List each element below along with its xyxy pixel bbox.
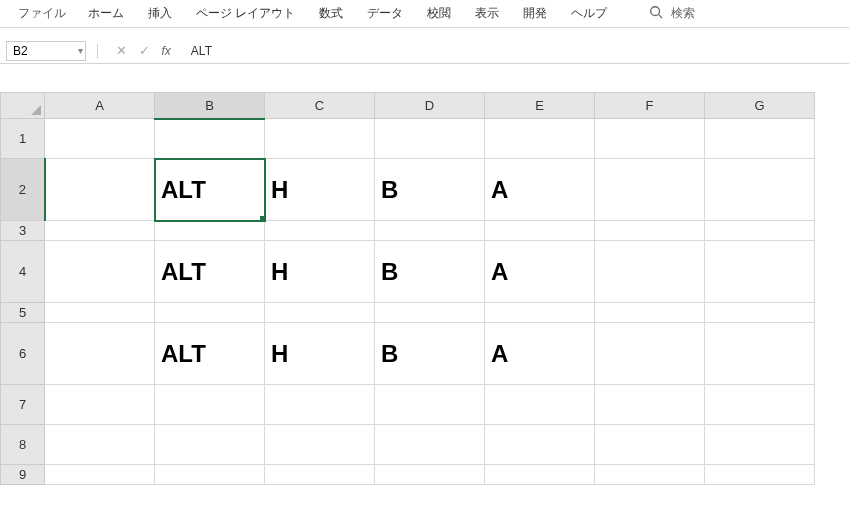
cell-E9[interactable]	[485, 465, 595, 485]
cell-C5[interactable]	[265, 303, 375, 323]
cell-B6[interactable]: ALT	[155, 323, 265, 385]
cell-C3[interactable]	[265, 221, 375, 241]
cell-E3[interactable]	[485, 221, 595, 241]
cell-D1[interactable]	[375, 119, 485, 159]
col-head-G[interactable]: G	[705, 93, 815, 119]
cell-G5[interactable]	[705, 303, 815, 323]
cell-C1[interactable]	[265, 119, 375, 159]
cell-G6[interactable]	[705, 323, 815, 385]
cell-G9[interactable]	[705, 465, 815, 485]
col-head-C[interactable]: C	[265, 93, 375, 119]
cell-D3[interactable]	[375, 221, 485, 241]
row-head-5[interactable]: 5	[1, 303, 45, 323]
cell-G2[interactable]	[705, 159, 815, 221]
row-head-9[interactable]: 9	[1, 465, 45, 485]
cell-D8[interactable]	[375, 425, 485, 465]
cell-F9[interactable]	[595, 465, 705, 485]
ribbon-tab-1[interactable]: ホーム	[76, 0, 136, 27]
cancel-icon[interactable]: ✕	[110, 43, 133, 58]
cell-E8[interactable]	[485, 425, 595, 465]
ribbon-tab-8[interactable]: 開発	[511, 0, 559, 27]
col-head-B[interactable]: B	[155, 93, 265, 119]
cell-C6[interactable]: H	[265, 323, 375, 385]
cell-D6[interactable]: B	[375, 323, 485, 385]
col-head-A[interactable]: A	[45, 93, 155, 119]
ribbon-tab-9[interactable]: ヘルプ	[559, 0, 619, 27]
cell-D5[interactable]	[375, 303, 485, 323]
row-head-6[interactable]: 6	[1, 323, 45, 385]
cell-D4[interactable]: B	[375, 241, 485, 303]
cell-E5[interactable]	[485, 303, 595, 323]
cell-B4[interactable]: ALT	[155, 241, 265, 303]
cell-B9[interactable]	[155, 465, 265, 485]
row-head-4[interactable]: 4	[1, 241, 45, 303]
cell-F1[interactable]	[595, 119, 705, 159]
cell-G3[interactable]	[705, 221, 815, 241]
enter-icon[interactable]: ✓	[133, 43, 156, 58]
cell-E6[interactable]: A	[485, 323, 595, 385]
cell-A4[interactable]	[45, 241, 155, 303]
ribbon-tab-0[interactable]: ファイル	[8, 0, 76, 27]
formula-bar: B2 ▾ │ ✕ ✓ fx ALT	[0, 38, 849, 64]
ribbon-tab-7[interactable]: 表示	[463, 0, 511, 27]
cell-B3[interactable]	[155, 221, 265, 241]
cell-C2[interactable]: H	[265, 159, 375, 221]
cell-C9[interactable]	[265, 465, 375, 485]
formula-input[interactable]: ALT	[177, 44, 849, 58]
cell-D7[interactable]	[375, 385, 485, 425]
cell-C4[interactable]: H	[265, 241, 375, 303]
col-head-F[interactable]: F	[595, 93, 705, 119]
col-head-D[interactable]: D	[375, 93, 485, 119]
cell-A8[interactable]	[45, 425, 155, 465]
cell-D9[interactable]	[375, 465, 485, 485]
cell-B2[interactable]: ALT	[155, 159, 265, 221]
cell-B7[interactable]	[155, 385, 265, 425]
cell-F3[interactable]	[595, 221, 705, 241]
spreadsheet-grid: ABCDEFG12ALTHBA34ALTHBA56ALTHBA789	[0, 92, 849, 485]
cell-G7[interactable]	[705, 385, 815, 425]
formula-text: ALT	[191, 44, 212, 58]
cell-G4[interactable]	[705, 241, 815, 303]
ribbon-tab-5[interactable]: データ	[355, 0, 415, 27]
row-head-7[interactable]: 7	[1, 385, 45, 425]
row-head-1[interactable]: 1	[1, 119, 45, 159]
row-head-3[interactable]: 3	[1, 221, 45, 241]
cell-B1[interactable]	[155, 119, 265, 159]
cell-A1[interactable]	[45, 119, 155, 159]
cell-E2[interactable]: A	[485, 159, 595, 221]
cell-D2[interactable]: B	[375, 159, 485, 221]
cell-B5[interactable]	[155, 303, 265, 323]
cell-E4[interactable]: A	[485, 241, 595, 303]
row-head-8[interactable]: 8	[1, 425, 45, 465]
search-area[interactable]: 検索	[649, 5, 695, 22]
cell-C8[interactable]	[265, 425, 375, 465]
cell-F8[interactable]	[595, 425, 705, 465]
chevron-down-icon[interactable]: ▾	[78, 45, 83, 56]
cell-G8[interactable]	[705, 425, 815, 465]
ribbon-tab-6[interactable]: 校閲	[415, 0, 463, 27]
cell-A3[interactable]	[45, 221, 155, 241]
row-head-2[interactable]: 2	[1, 159, 45, 221]
cell-E1[interactable]	[485, 119, 595, 159]
cell-F4[interactable]	[595, 241, 705, 303]
ribbon-tab-4[interactable]: 数式	[307, 0, 355, 27]
cell-F5[interactable]	[595, 303, 705, 323]
cell-G1[interactable]	[705, 119, 815, 159]
ribbon-tab-2[interactable]: 挿入	[136, 0, 184, 27]
cell-F7[interactable]	[595, 385, 705, 425]
cell-C7[interactable]	[265, 385, 375, 425]
fx-icon[interactable]: fx	[156, 44, 177, 58]
cell-A9[interactable]	[45, 465, 155, 485]
name-box[interactable]: B2 ▾	[6, 41, 86, 61]
cell-F2[interactable]	[595, 159, 705, 221]
cell-E7[interactable]	[485, 385, 595, 425]
select-all-corner[interactable]	[1, 93, 45, 119]
cell-A6[interactable]	[45, 323, 155, 385]
ribbon-tab-3[interactable]: ページ レイアウト	[184, 0, 307, 27]
cell-F6[interactable]	[595, 323, 705, 385]
cell-B8[interactable]	[155, 425, 265, 465]
cell-A2[interactable]	[45, 159, 155, 221]
cell-A7[interactable]	[45, 385, 155, 425]
col-head-E[interactable]: E	[485, 93, 595, 119]
cell-A5[interactable]	[45, 303, 155, 323]
